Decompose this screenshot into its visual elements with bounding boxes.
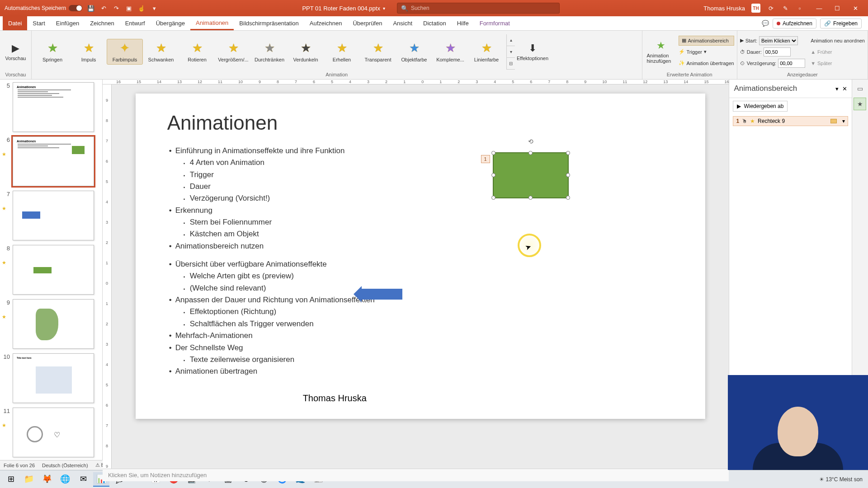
tab-record[interactable]: Aufzeichnen — [304, 16, 348, 30]
effect-linecolor[interactable]: ★Linienfarbe — [468, 39, 505, 65]
notes-area[interactable]: Klicken Sie, um Notizen hinzuzufügen — [103, 469, 729, 481]
pane-dropdown-icon[interactable]: ▾ — [835, 85, 839, 92]
resize-handle[interactable] — [566, 196, 570, 200]
start-select[interactable]: Beim Klicken — [759, 36, 798, 45]
qat-more-icon[interactable]: ▾ — [150, 4, 158, 12]
user-avatar[interactable]: TH — [751, 4, 760, 13]
pane-close-icon[interactable]: ✕ — [842, 85, 847, 92]
animation-gallery[interactable]: ★Springen ★Impuls ✦Farbimpuls ★Schwanken… — [34, 39, 505, 65]
search-box[interactable]: 🔍 — [397, 3, 560, 14]
comments-icon[interactable]: 💬 — [762, 20, 769, 27]
firefox-icon[interactable]: 🦊 — [39, 472, 55, 487]
maximize-button[interactable]: ☐ — [828, 0, 846, 16]
record-button[interactable]: Aufzeichnen — [773, 19, 816, 28]
selection-tool-icon[interactable]: ▭ — [854, 82, 866, 95]
user-name[interactable]: Thomas Hruska — [703, 5, 745, 12]
tab-insert[interactable]: Einfügen — [51, 16, 85, 30]
tab-transitions[interactable]: Übergänge — [151, 16, 190, 30]
slide-panel[interactable]: 5 Animationen 6★ Animationen 7★ 8★ 9★ 10… — [0, 80, 103, 460]
author-text[interactable]: Thomas Hruska — [303, 393, 367, 404]
tab-view[interactable]: Ansicht — [387, 16, 418, 30]
autosave-switch-icon[interactable] — [69, 5, 82, 11]
tab-dictation[interactable]: Dictation — [418, 16, 452, 30]
effect-springen[interactable]: ★Springen — [34, 39, 71, 65]
slide-canvas[interactable]: Animationen Einführung in Animationseffe… — [112, 84, 729, 469]
item-dropdown-icon[interactable]: ▾ — [842, 118, 845, 124]
slide[interactable]: Animationen Einführung in Animationseffe… — [136, 94, 705, 419]
start-button[interactable]: ⊞ — [3, 472, 19, 487]
slide-thumb-11[interactable]: ♡ — [13, 408, 94, 457]
tab-start[interactable]: Start — [27, 16, 50, 30]
tab-draw[interactable]: Zeichnen — [85, 16, 119, 30]
tab-review[interactable]: Überprüfen — [347, 16, 387, 30]
draw-icon[interactable]: ✎ — [781, 4, 789, 12]
animation-order-badge[interactable]: 1 — [481, 155, 490, 163]
close-button[interactable]: ✕ — [846, 0, 864, 16]
share-button[interactable]: 🔗Freigeben — [820, 19, 862, 28]
animation-tool-icon[interactable]: ★ — [854, 98, 866, 110]
window-icon[interactable]: ▫ — [796, 4, 804, 12]
slide-content[interactable]: Einführung in Animationseffekte und ihre… — [167, 145, 674, 378]
gallery-expand-icon[interactable]: ⊟ — [507, 58, 515, 70]
effect-grow[interactable]: ★Vergrößern/... — [215, 39, 251, 65]
sync-icon[interactable]: ⟳ — [767, 4, 775, 12]
resize-handle[interactable] — [528, 196, 533, 200]
effect-lighten[interactable]: ★Erhellen — [324, 39, 360, 65]
effect-transparent[interactable]: ★Transparent — [360, 39, 396, 65]
scroll-down-icon[interactable]: ▾ — [507, 46, 515, 58]
gallery-scroll[interactable]: ▴▾⊟ — [506, 34, 515, 70]
scroll-up-icon[interactable]: ▴ — [507, 34, 515, 46]
effect-darken[interactable]: ★Verdunkeln — [288, 39, 324, 65]
effect-objectcolor[interactable]: ★Objektfarbe — [396, 39, 432, 65]
tab-design[interactable]: Entwurf — [120, 16, 151, 30]
slide-title[interactable]: Animationen — [167, 112, 674, 134]
animation-pane-button[interactable]: ▦Animationsbereich — [679, 36, 734, 46]
outlook-icon[interactable]: ✉ — [75, 472, 91, 487]
tab-help[interactable]: Hilfe — [452, 16, 474, 30]
trigger-button[interactable]: ⚡Trigger▾ — [679, 47, 734, 57]
present-icon[interactable]: ▣ — [125, 4, 133, 12]
preview-button[interactable]: ▶Vorschau — [3, 41, 28, 63]
resize-handle[interactable] — [528, 151, 533, 155]
tab-animations[interactable]: Animationen — [190, 16, 234, 30]
blue-arrow-shape[interactable] — [362, 289, 402, 300]
effect-desaturate[interactable]: ★Durchtränken — [251, 39, 288, 65]
delay-input[interactable] — [778, 59, 805, 68]
undo-icon[interactable]: ↶ — [99, 4, 108, 12]
autosave-toggle[interactable]: Automatisches Speichern — [5, 5, 82, 11]
effect-rotieren[interactable]: ★Rotieren — [179, 39, 215, 65]
explorer-icon[interactable]: 📁 — [21, 472, 37, 487]
animation-painter-button[interactable]: ✨Animation übertragen — [679, 58, 734, 68]
effect-farbimpuls[interactable]: ✦Farbimpuls — [107, 39, 143, 65]
green-rectangle-shape[interactable]: 1 ⟲ — [493, 152, 569, 198]
touch-icon[interactable]: ☝ — [137, 4, 146, 12]
weather-widget[interactable]: ☀ 13°C Meist son — [819, 476, 863, 483]
resize-handle[interactable] — [491, 151, 495, 155]
timing-bar[interactable] — [830, 119, 837, 123]
tab-slideshow[interactable]: Bildschirmpräsentation — [234, 16, 304, 30]
save-icon[interactable]: 💾 — [87, 4, 95, 12]
title-chevron-icon[interactable]: ▾ — [383, 6, 385, 11]
resize-handle[interactable] — [491, 196, 495, 200]
slide-thumb-8[interactable] — [13, 245, 94, 295]
chrome-icon[interactable]: 🌐 — [57, 472, 73, 487]
slide-counter[interactable]: Folie 6 von 26 — [4, 463, 35, 468]
duration-input[interactable] — [764, 47, 791, 56]
effect-complementary[interactable]: ★Kompleme... — [432, 39, 468, 65]
slide-thumb-6[interactable]: Animationen — [13, 136, 94, 186]
resize-handle[interactable] — [491, 173, 495, 177]
resize-handle[interactable] — [566, 173, 570, 177]
search-input[interactable] — [411, 5, 556, 11]
resize-handle[interactable] — [566, 151, 570, 155]
effect-schwanken[interactable]: ★Schwanken — [143, 39, 179, 65]
play-from-button[interactable]: ▶Wiedergeben ab — [733, 101, 788, 112]
slide-thumb-10[interactable]: Title text here — [13, 353, 94, 403]
tab-file[interactable]: Datei — [3, 16, 27, 30]
slide-thumb-5[interactable]: Animationen — [13, 82, 94, 132]
slide-thumb-7[interactable] — [13, 191, 94, 240]
animation-list-item[interactable]: 1 🖱 ★ Rechteck 9 ▾ — [733, 116, 848, 126]
language-indicator[interactable]: Deutsch (Österreich) — [42, 463, 88, 468]
effect-impuls[interactable]: ★Impuls — [71, 39, 107, 65]
rotate-handle-icon[interactable]: ⟲ — [528, 138, 533, 145]
redo-icon[interactable]: ↷ — [112, 4, 120, 12]
